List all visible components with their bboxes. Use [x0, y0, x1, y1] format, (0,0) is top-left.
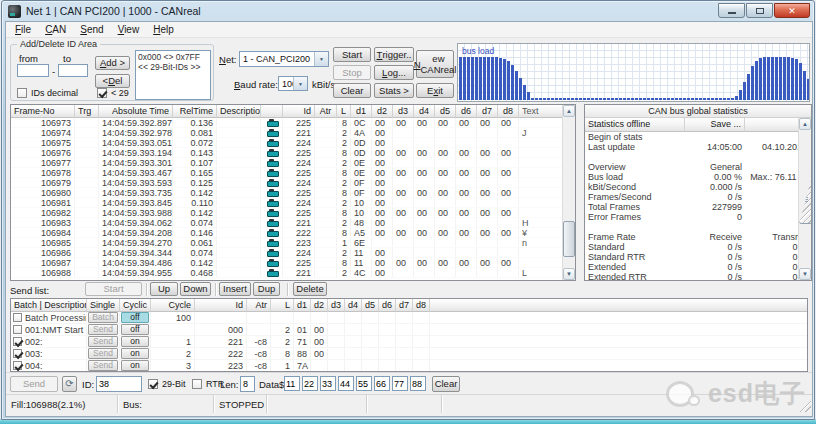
- table-row[interactable]: 10698614:04:59.394.3440.07422421100__: [11, 248, 575, 258]
- menu-send[interactable]: Send: [73, 22, 110, 37]
- stats-button[interactable]: Stats >: [374, 83, 414, 98]
- repeat-send-button[interactable]: ⟳: [62, 376, 77, 392]
- ids-decimal-checkbox[interactable]: IDs decimal: [17, 88, 78, 98]
- bit29-checkbox[interactable]: 29-Bit: [148, 379, 186, 389]
- table-row[interactable]: 10698314:04:59.394.0620.07422124800H_: [11, 218, 575, 228]
- log-button[interactable]: Log...: [374, 65, 414, 80]
- id-range-item[interactable]: << 29-Bit-IDs >>: [138, 62, 208, 72]
- trigger-button[interactable]: Trigger..: [374, 47, 414, 62]
- frame-table[interactable]: Frame-NoTrgAbsolute TimeRelTimeDescripti…: [10, 104, 576, 281]
- rtr-checkbox-box[interactable]: [192, 379, 202, 389]
- table-row[interactable]: 10698514:04:59.394.2700.06122316En: [11, 238, 575, 248]
- cyclic-toggle-button[interactable]: off: [121, 312, 149, 323]
- table-row[interactable]: 10698014:04:59.393.7350.14222580F0000000…: [11, 188, 575, 198]
- send-column-header[interactable]: Batch | Description: [11, 299, 87, 312]
- column-header[interactable]: d6: [456, 105, 477, 118]
- cyclic-toggle-button[interactable]: on: [121, 348, 149, 359]
- send-column-header[interactable]: d7: [396, 299, 413, 312]
- new-canreal-button[interactable]: New CANreal: [416, 50, 454, 78]
- cyclic-toggle-button[interactable]: on: [121, 360, 149, 371]
- id-range-item[interactable]: 0x000 <> 0x7FF: [138, 52, 208, 62]
- titlebar[interactable]: Net 1 | CAN PCI200 | 1000 - CANreal ✕: [2, 1, 814, 21]
- scroll-up-icon[interactable]: ▲: [799, 118, 811, 130]
- menu-can[interactable]: CAN: [38, 22, 73, 37]
- table-row[interactable]: 10697814:04:59.393.4670.16522580E0000000…: [11, 168, 575, 178]
- column-header[interactable]: d7: [477, 105, 498, 118]
- minimize-button[interactable]: [718, 3, 745, 18]
- send-column-header[interactable]: Cyclic: [120, 299, 151, 312]
- stats-column-header[interactable]: Statistics offline: [585, 118, 685, 132]
- scroll-down-icon[interactable]: ▼: [563, 268, 575, 280]
- single-send-button[interactable]: Send: [88, 336, 118, 347]
- resize-grip[interactable]: [798, 399, 811, 412]
- table-row[interactable]: 10697314:04:59.392.8970.13622580C0000000…: [11, 118, 575, 128]
- send-dup-button[interactable]: Dup: [253, 282, 280, 296]
- data-byte-input-7[interactable]: [392, 376, 408, 391]
- send-delete-button[interactable]: Delete: [293, 282, 327, 296]
- data-byte-input-5[interactable]: [356, 376, 372, 391]
- send-row-checkbox[interactable]: [13, 349, 22, 358]
- send-list-table[interactable]: Batch | DescriptionSingleCyclicCycleIdAt…: [10, 298, 808, 372]
- stats-scrollbar[interactable]: ▲ ▼: [798, 118, 811, 280]
- column-header[interactable]: d3: [393, 105, 414, 118]
- bit29-checkbox-box[interactable]: [148, 379, 158, 389]
- single-send-button[interactable]: Send: [88, 360, 118, 371]
- column-header[interactable]: d5: [435, 105, 456, 118]
- column-header[interactable]: Trg: [75, 105, 99, 118]
- send-column-header[interactable]: d3: [328, 299, 345, 312]
- send-row[interactable]: 001:NMT StartSendoff00020100: [11, 324, 807, 336]
- send-row-checkbox[interactable]: [13, 361, 22, 370]
- table-row[interactable]: 10697714:04:59.393.3010.10722420E00__: [11, 158, 575, 168]
- exit-button[interactable]: Exit: [416, 83, 454, 98]
- send-column-header[interactable]: d4: [345, 299, 362, 312]
- scroll-down-icon[interactable]: ▼: [799, 268, 811, 280]
- cyclic-toggle-button[interactable]: off: [121, 324, 149, 335]
- single-send-button[interactable]: Send: [88, 324, 118, 335]
- send-row[interactable]: 004:Sendon3223-c817A: [11, 360, 807, 372]
- send-row-checkbox[interactable]: [13, 337, 22, 346]
- data-byte-input-1[interactable]: [284, 376, 300, 391]
- send-column-header[interactable]: d5: [362, 299, 379, 312]
- send-row[interactable]: Batch ProcessingBatchoff100: [11, 312, 807, 324]
- to-id-input[interactable]: [58, 64, 88, 77]
- chevron-down-icon[interactable]: ▼: [293, 77, 307, 90]
- id-range-list[interactable]: 0x000 <> 0x7FF<< 29-Bit-IDs >>: [135, 50, 211, 100]
- send-column-header[interactable]: Atr: [247, 299, 271, 312]
- column-header[interactable]: [261, 105, 283, 118]
- column-header[interactable]: RelTime: [173, 105, 217, 118]
- column-header[interactable]: d1: [351, 105, 372, 118]
- send-row-checkbox[interactable]: [13, 325, 22, 334]
- scroll-up-icon[interactable]: ▲: [563, 105, 575, 117]
- table-row[interactable]: 10698214:04:59.393.9880.1422258100000000…: [11, 208, 575, 218]
- column-header[interactable]: L: [337, 105, 351, 118]
- len-input[interactable]: [240, 376, 255, 392]
- send-column-header[interactable]: d8: [413, 299, 430, 312]
- column-header[interactable]: d8: [498, 105, 519, 118]
- ids-decimal-checkbox-box[interactable]: [17, 88, 27, 98]
- send-up-button[interactable]: Up: [150, 282, 178, 296]
- send-row[interactable]: 002:Sendon1221-c827100: [11, 336, 807, 348]
- column-header[interactable]: d2: [372, 105, 393, 118]
- menu-view[interactable]: View: [111, 22, 147, 37]
- maximize-button[interactable]: [746, 3, 773, 18]
- frame-table-scrollbar[interactable]: ▲ ▼: [562, 105, 575, 280]
- from-id-input[interactable]: [17, 64, 49, 77]
- table-row[interactable]: 10697414:04:59.392.9780.08122124A00J_: [11, 128, 575, 138]
- column-header[interactable]: Absolute Time: [99, 105, 173, 118]
- send-start-button[interactable]: Start: [85, 282, 142, 296]
- send-column-header[interactable]: Id: [195, 299, 247, 312]
- close-button[interactable]: ✕: [774, 3, 810, 18]
- cyclic-toggle-button[interactable]: on: [121, 336, 149, 347]
- send-column-header[interactable]: d1: [294, 299, 311, 312]
- stop-button[interactable]: Stop: [333, 65, 371, 80]
- chevron-down-icon[interactable]: ▼: [314, 52, 328, 66]
- baud-select[interactable]: 1000 ▼: [278, 76, 308, 91]
- data-byte-input-3[interactable]: [320, 376, 336, 391]
- column-header[interactable]: Description: [217, 105, 261, 118]
- start-button[interactable]: Start: [333, 47, 371, 62]
- table-row[interactable]: 10697914:04:59.393.5930.12522420F00__: [11, 178, 575, 188]
- data-byte-input-8[interactable]: [410, 376, 426, 391]
- data-byte-input-2[interactable]: [302, 376, 318, 391]
- data-byte-input-6[interactable]: [374, 376, 390, 391]
- send-column-header[interactable]: d6: [379, 299, 396, 312]
